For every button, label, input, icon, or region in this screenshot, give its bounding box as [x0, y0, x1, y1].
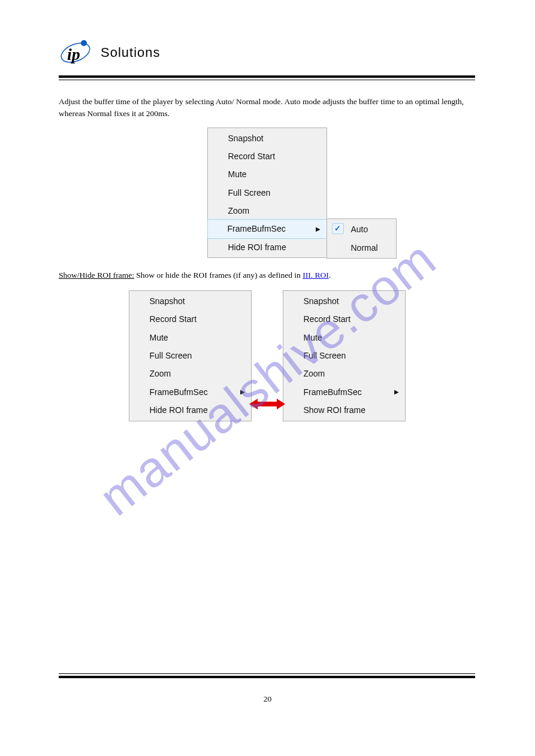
menu-item-label: FrameBufmSec: [150, 387, 208, 397]
menu-item[interactable]: Full Screen: [129, 347, 251, 365]
brand-text: Solutions: [101, 45, 161, 60]
footer-divider: [59, 673, 475, 678]
menu-item[interactable]: Mute: [283, 329, 405, 347]
body-content: Adjust the buffer time of the player by …: [59, 80, 475, 421]
context-menu-1: Snapshot Record Start Mute Full Screen Z…: [207, 127, 327, 259]
svg-point-1: [81, 40, 87, 46]
roi-end: .: [329, 271, 331, 280]
double-arrow-icon: [249, 397, 285, 411]
footer-divider-wrap: [59, 673, 475, 678]
menu-item[interactable]: Hide ROI frame: [208, 238, 327, 256]
menu-item[interactable]: Full Screen: [208, 184, 327, 202]
page-content-area: ip Solutions Adjust the buffer time of t…: [59, 36, 475, 433]
svg-text:ip: ip: [67, 45, 80, 63]
menu-item[interactable]: Mute: [129, 329, 251, 347]
header-divider: [59, 75, 475, 80]
menu-item[interactable]: Record Start: [208, 147, 327, 165]
roi-body: Show or hide the ROI frames (if any) as …: [134, 271, 303, 280]
menu-item[interactable]: Zoom: [283, 365, 405, 382]
menu-figure-2: Snapshot Record Start Mute Full Screen Z…: [59, 290, 475, 421]
menu-item[interactable]: Hide ROI frame: [129, 401, 251, 419]
menu-item[interactable]: Show ROI frame: [283, 401, 405, 419]
menu-item[interactable]: Snapshot: [129, 292, 251, 310]
svg-marker-3: [249, 399, 285, 409]
menu-item[interactable]: Record Start: [129, 310, 251, 328]
submenu-item-normal[interactable]: Normal: [327, 239, 396, 257]
chevron-right-icon: ▶: [316, 224, 321, 234]
menu-item-framebufmsec[interactable]: FrameBufmSec ▶: [283, 383, 405, 401]
menu-item-label: FrameBufmSec: [228, 224, 286, 233]
chevron-right-icon: ▶: [394, 387, 399, 397]
menu-figure-1: Snapshot Record Start Mute Full Screen Z…: [59, 127, 475, 259]
context-menu-left: Snapshot Record Start Mute Full Screen Z…: [129, 290, 252, 421]
page-number: 20: [0, 694, 535, 704]
submenu: ✓ Auto Normal: [327, 218, 397, 259]
menu-item[interactable]: Snapshot: [208, 129, 327, 147]
menu-item[interactable]: Snapshot: [283, 292, 405, 310]
submenu-item-auto[interactable]: ✓ Auto: [327, 220, 396, 238]
roi-prefix: Show/Hide ROI frame:: [59, 271, 134, 280]
menu-item[interactable]: Zoom: [129, 365, 251, 382]
menu-item-framebufmsec[interactable]: FrameBufmSec ▶ ✓ Auto Normal: [207, 219, 327, 238]
roi-link[interactable]: III. ROI: [303, 271, 329, 280]
submenu-item-label: Auto: [351, 224, 368, 234]
logo-icon: ip: [59, 36, 92, 69]
menu-item[interactable]: Zoom: [208, 202, 327, 220]
roi-paragraph: Show/Hide ROI frame: Show or hide the RO…: [59, 269, 475, 282]
intro-paragraph: Adjust the buffer time of the player by …: [59, 96, 475, 120]
menu-item[interactable]: Record Start: [283, 310, 405, 328]
check-icon: ✓: [332, 223, 344, 234]
menu-item-framebufmsec[interactable]: FrameBufmSec ▶: [129, 383, 251, 401]
menu-item[interactable]: Full Screen: [283, 347, 405, 365]
menu-item-label: FrameBufmSec: [304, 387, 362, 397]
chevron-right-icon: ▶: [240, 387, 245, 397]
header-logo: ip Solutions: [59, 36, 475, 69]
context-menu-right: Snapshot Record Start Mute Full Screen Z…: [283, 290, 406, 421]
menu-item[interactable]: Mute: [208, 165, 327, 183]
